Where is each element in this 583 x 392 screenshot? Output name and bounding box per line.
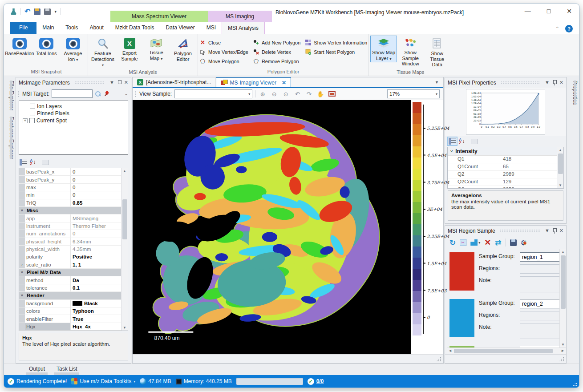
collapse-ribbon-icon[interactable]: ⌃: [555, 26, 559, 32]
property-row[interactable]: tolerance0.1: [19, 284, 121, 292]
intensity-row[interactable]: Q1418: [448, 156, 557, 163]
intensity-scrollbar[interactable]: ▲▼: [557, 147, 563, 188]
property-row[interactable]: appMSImaging: [19, 214, 121, 222]
tree-item-current-spot[interactable]: + Current Spot: [20, 117, 127, 124]
close-button[interactable]: ✕: [567, 8, 572, 15]
close-panel-icon[interactable]: ✕: [124, 80, 128, 85]
resize-grip[interactable]: [436, 356, 441, 362]
property-category[interactable]: ˅Misc: [19, 207, 121, 214]
msi-target-input[interactable]: [52, 89, 93, 98]
property-category[interactable]: ˅Pixel M/z Data: [19, 269, 121, 276]
doc-tab-adenosine[interactable]: X [Adenosine-5'-triphosphat...: [133, 77, 216, 87]
close-polygon-button[interactable]: ✕Close: [199, 38, 248, 47]
zoom-level-combo[interactable]: 17%▾: [387, 89, 440, 98]
sync-icon[interactable]: ⇄: [495, 239, 501, 247]
total-ions-button[interactable]: Total Ions: [33, 36, 60, 58]
region-hscrollbar[interactable]: ◄►: [447, 348, 566, 354]
fullscreen-icon[interactable]: [328, 89, 336, 98]
property-category[interactable]: ˅Render: [19, 292, 121, 299]
dock-tab-features-explorer[interactable]: Features Explorer: [5, 117, 15, 159]
refresh-icon[interactable]: ↻: [449, 239, 456, 247]
categorized-view-icon[interactable]: [20, 159, 27, 166]
property-row[interactable]: methodDa: [19, 276, 121, 284]
intensity-row[interactable]: Q2Count129: [448, 178, 557, 186]
intensity-row[interactable]: Q38952: [448, 186, 557, 189]
export-sample-button[interactable]: X Export Sample: [116, 36, 143, 63]
save-icon[interactable]: [44, 8, 51, 15]
property-row[interactable]: backgroundBlack: [19, 300, 121, 307]
minimize-button[interactable]: —: [525, 8, 531, 15]
zoom-reset-icon[interactable]: ⊙: [281, 89, 290, 98]
close-doc-icon[interactable]: ✕: [282, 80, 286, 86]
remove-polygon-button[interactable]: ⬠ Remove Polygon: [253, 57, 300, 66]
pin-target-icon[interactable]: [103, 91, 109, 97]
tree-item-ion-layers[interactable]: Ion Layers: [20, 103, 127, 110]
panel-menu-icon[interactable]: ▼: [109, 80, 114, 85]
pan-hand-icon[interactable]: ✋: [316, 89, 325, 98]
pin-icon[interactable]: [552, 80, 557, 85]
show-tissue-data-button[interactable]: Show Tissue Data: [424, 36, 450, 69]
checkbox[interactable]: [30, 104, 35, 109]
tab-main[interactable]: Main: [36, 22, 60, 34]
property-row[interactable]: knn3: [19, 331, 121, 331]
drag-handle[interactable]: [18, 90, 20, 97]
qat-customize-icon[interactable]: ▾: [54, 9, 57, 14]
property-row[interactable]: HqxHqx_4x: [19, 323, 121, 331]
region-scrollbar[interactable]: ▲▼: [559, 249, 566, 348]
tab-msi[interactable]: MSI: [201, 22, 222, 34]
save-project-icon[interactable]: [34, 8, 40, 15]
average-ion-button[interactable]: Average Ion ▾: [60, 36, 86, 63]
help-icon[interactable]: ?: [565, 25, 573, 32]
region-color-swatch[interactable]: [449, 252, 474, 291]
panel-menu-icon[interactable]: ▼: [545, 80, 550, 85]
property-row[interactable]: physical_height6.34mm: [19, 238, 121, 246]
dock-tab-task-list[interactable]: Task List: [57, 366, 77, 372]
show-map-layer-button[interactable]: Show Map Layer ▾: [370, 36, 397, 62]
task-counter[interactable]: ✓ 0/0: [308, 378, 324, 385]
property-row[interactable]: enableFilterTrue: [19, 315, 121, 323]
dock-tab-properties[interactable]: Properties: [569, 81, 578, 105]
move-vertex-edge-button[interactable]: Move Vertex/Edge: [199, 47, 248, 57]
resize-grip[interactable]: [559, 356, 564, 362]
drag-handle[interactable]: [134, 90, 137, 97]
zoom-out-icon[interactable]: ⊖: [270, 89, 279, 98]
search-icon[interactable]: [95, 91, 101, 97]
delete-region-icon[interactable]: ✕: [484, 239, 491, 247]
show-sample-window-button[interactable]: Show Sample Window: [397, 36, 424, 68]
save-regions-icon[interactable]: [510, 239, 517, 246]
delete-vertex-button[interactable]: Delete Vertex: [253, 47, 300, 57]
panel-menu-icon[interactable]: ▼: [545, 228, 550, 233]
view-sample-combo[interactable]: ▾: [174, 89, 252, 98]
tab-file[interactable]: File: [10, 22, 36, 34]
basepeakion-button[interactable]: BasePeakIon: [6, 36, 33, 58]
zoom-in-icon[interactable]: ⊕: [258, 89, 267, 98]
property-row[interactable]: instrumentThermo Fisher: [19, 222, 121, 230]
tree-item-pinned-pixels[interactable]: Pinned Pixels: [20, 110, 127, 117]
property-row[interactable]: colorsTyphoon: [19, 307, 121, 315]
tab-msi-analysis[interactable]: MSI Analysis: [222, 22, 265, 34]
polygon-fill-icon[interactable]: ▾: [470, 239, 480, 246]
show-vertex-information-button[interactable]: Show Vertex Information: [305, 38, 367, 47]
pin-icon[interactable]: [552, 228, 557, 234]
alphabetical-sort-icon[interactable]: AZ↓: [30, 159, 36, 166]
msi-image-canvas[interactable]: 870.40 um: [133, 100, 411, 354]
start-next-polygon-button[interactable]: Start Next Polygon: [305, 47, 367, 57]
region-color-swatch[interactable]: [449, 299, 474, 337]
settings-gear-icon[interactable]: ⚙: [521, 238, 527, 247]
checkbox[interactable]: [29, 118, 35, 123]
toolkits-menu[interactable]: Use m/z Data Toolkits ▾: [71, 378, 135, 384]
checkbox[interactable]: [30, 111, 35, 116]
property-row[interactable]: max0: [19, 184, 121, 191]
dock-tab-output[interactable]: Output: [29, 366, 45, 372]
polygon-editor-button[interactable]: Polygon Editor: [170, 36, 196, 63]
tab-tools[interactable]: Tools: [60, 22, 84, 34]
tab-about[interactable]: About: [84, 22, 109, 34]
expand-icon[interactable]: +: [23, 118, 28, 123]
dock-tab-file-explorer[interactable]: File Explorer: [5, 81, 15, 110]
feature-detections-button[interactable]: Feature Detections ▾: [89, 36, 116, 69]
property-row[interactable]: min0: [19, 191, 121, 199]
category-intensity[interactable]: ˅Intensity: [448, 147, 557, 156]
add-new-polygon-button[interactable]: Add New Polygon: [253, 38, 300, 47]
maximize-button[interactable]: □: [547, 8, 551, 15]
property-grid-scrollbar[interactable]: ▲▼: [121, 168, 128, 331]
